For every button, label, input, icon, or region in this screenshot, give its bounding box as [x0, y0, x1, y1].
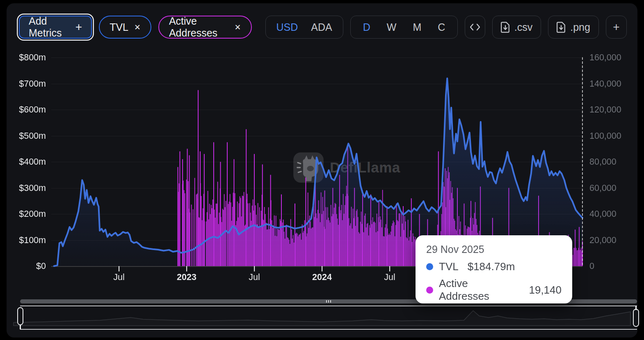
tooltip-active-label: Active Addresses: [439, 277, 520, 303]
brush-handle-left[interactable]: [17, 307, 23, 325]
tooltip-tvl-value: $184.79m: [468, 260, 515, 273]
scrollbar-grip-icon[interactable]: [326, 300, 331, 303]
range-brush[interactable]: [20, 306, 637, 330]
defillama-llama-icon: [293, 152, 324, 183]
gridline: [51, 110, 582, 110]
tooltip-row-active-addresses: Active Addresses 19,140: [426, 277, 562, 303]
gridline: [51, 188, 582, 188]
brush-handle-right-stem: [635, 306, 637, 310]
gridline: [51, 84, 582, 84]
gridline: [51, 136, 582, 136]
chart-card: DefiLlama $0$100m$200m$300m$400m$500m$60…: [7, 3, 637, 338]
watermark-label: DefiLlama: [330, 159, 400, 176]
brush-handle-left-stem: [20, 324, 21, 329]
active-addresses-series-dot: [426, 287, 433, 294]
gridline: [51, 214, 582, 214]
chart-tooltip: 29 Nov 2025 TVL $184.79m Active Addresse…: [416, 235, 572, 303]
gridline: [51, 57, 582, 58]
tooltip-row-tvl: TVL $184.79m: [426, 260, 562, 273]
tooltip-active-value: 19,140: [529, 284, 562, 296]
tvl-series-dot: [426, 263, 433, 270]
tooltip-tvl-label: TVL: [439, 260, 459, 273]
tooltip-date: 29 Nov 2025: [426, 244, 562, 255]
brush-handle-right[interactable]: [633, 309, 639, 327]
watermark: DefiLlama: [293, 152, 400, 183]
